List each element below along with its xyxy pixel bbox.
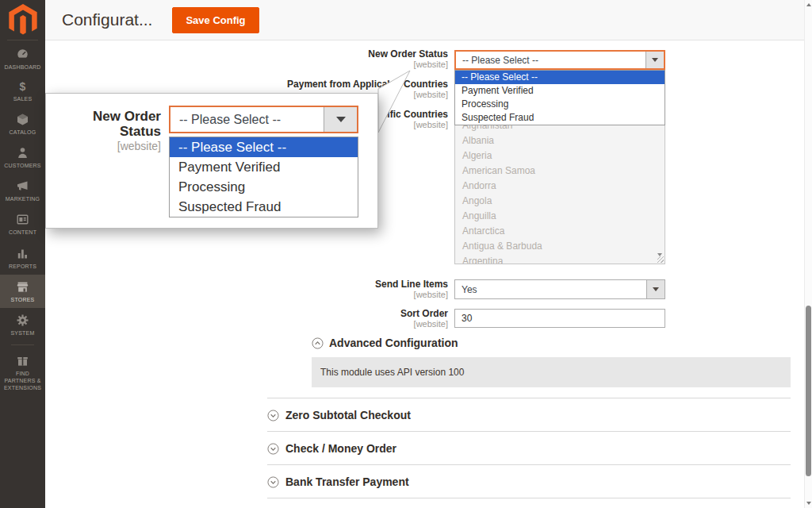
section-divider (267, 464, 791, 465)
sidebar-item-label: FIND PARTNERS & EXTENSIONS (2, 370, 44, 391)
section-zero-subtotal-checkout[interactable]: Zero Subtotal Checkout (267, 409, 411, 421)
new-order-status-label: New Order Status [website] (238, 49, 448, 70)
country-option: Argentina (455, 254, 665, 264)
chevron-down-circle-icon (267, 410, 279, 421)
magento-logo[interactable] (0, 0, 45, 40)
sidebar-item-label: CUSTOMERS (2, 162, 44, 169)
sidebar-item-system[interactable]: SYSTEM (0, 308, 45, 341)
country-option: Algeria (455, 148, 665, 164)
scrollbar-up-icon[interactable] (806, 3, 811, 6)
country-option: Albania (455, 133, 665, 148)
magnifier-callout-tail (377, 68, 414, 137)
advanced-configuration-header[interactable]: Advanced Configuration (312, 337, 458, 349)
dropdown-option[interactable]: Processing (170, 177, 358, 197)
sidebar-item-label: SALES (2, 95, 44, 102)
country-option: Anguilla (455, 209, 665, 224)
send-line-items-label: Send Line Items [website] (238, 279, 448, 300)
sales-icon: $ (20, 81, 26, 93)
section-check-money-order[interactable]: Check / Money Order (267, 442, 396, 455)
sidebar-item-marketing[interactable]: MARKETING (0, 174, 45, 207)
country-option: American Samoa (455, 164, 665, 179)
sidebar-divider (7, 40, 38, 40)
magento-admin-configuration-page: DASHBOARD $ SALES CATALOG CUSTOMERS MAR (0, 0, 812, 508)
system-icon (16, 314, 29, 327)
sort-order-input[interactable]: 30 (454, 309, 665, 328)
scrollbar-thumb[interactable] (806, 306, 811, 476)
sidebar-item-find-partners-extensions[interactable]: FIND PARTNERS & EXTENSIONS (0, 348, 45, 396)
sidebar-item-dashboard[interactable]: DASHBOARD (0, 42, 45, 75)
magnifier-popup: New Order Status [website] -- Please Sel… (45, 93, 378, 229)
section-divider (267, 398, 791, 398)
select-arrow-button[interactable] (324, 107, 357, 132)
sidebar-item-label: DASHBOARD (2, 64, 44, 71)
select-arrow-button[interactable] (645, 52, 664, 68)
dropdown-option[interactable]: -- Please Select -- (455, 71, 665, 84)
sidebar-item-label: SYSTEM (2, 329, 44, 337)
reports-icon (16, 247, 29, 260)
scope-hint: [website] (238, 290, 448, 300)
dropdown-option[interactable]: Payment Verified (455, 84, 665, 98)
page-scrollbar[interactable] (804, 0, 812, 508)
sort-order-label: Sort Order [website] (238, 309, 448, 329)
chevron-up-circle-icon (312, 337, 324, 349)
chevron-down-circle-icon (267, 443, 279, 455)
sidebar-item-label: CATALOG (2, 129, 44, 136)
dropdown-option[interactable]: Payment Verified (170, 157, 358, 177)
dashboard-icon (16, 48, 29, 61)
sidebar-item-catalog[interactable]: CATALOG (0, 107, 45, 140)
sidebar-item-label: MARKETING (2, 195, 44, 202)
section-title: Zero Subtotal Checkout (285, 409, 411, 421)
sidebar-item-label: REPORTS (2, 263, 44, 270)
stores-icon (16, 280, 29, 294)
marketing-icon (16, 179, 29, 193)
selected-value: -- Please Select -- (462, 55, 538, 66)
customers-icon (16, 146, 29, 160)
scrollbar-down-icon[interactable] (806, 502, 811, 505)
dropdown-option[interactable]: -- Please Select -- (170, 137, 358, 157)
country-option: Angola (455, 194, 665, 209)
scope-hint: [website] (238, 319, 448, 329)
scope-hint: [website] (56, 139, 161, 153)
sidebar-item-label: STORES (2, 296, 44, 303)
new-order-status-select-zoomed[interactable]: -- Please Select -- (169, 106, 358, 133)
specific-countries-multiselect[interactable]: Afghanistan Albania Algeria American Sam… (454, 117, 665, 264)
section-title: Bank Transfer Payment (285, 475, 409, 488)
page-title: Configurat... (62, 10, 152, 29)
sidebar-divider (11, 344, 34, 345)
section-bank-transfer-payment[interactable]: Bank Transfer Payment (267, 475, 409, 488)
catalog-icon (16, 113, 29, 126)
section-title: Advanced Configuration (329, 337, 458, 349)
chevron-down-icon (336, 117, 346, 122)
dropdown-option[interactable]: Suspected Fraud (170, 197, 358, 217)
sidebar-item-content[interactable]: CONTENT (0, 207, 45, 241)
new-order-status-label-zoomed: New Order Status [website] (56, 109, 161, 153)
country-option: Antarctica (455, 224, 665, 239)
section-divider (267, 431, 791, 432)
dropdown-option[interactable]: Suspected Fraud (455, 111, 665, 125)
api-version-notice: This module uses API version 100 (312, 357, 791, 387)
dropdown-option[interactable]: Processing (455, 98, 665, 111)
new-order-status-dropdown: -- Please Select -- Payment Verified Pro… (454, 70, 665, 125)
select-arrow-button[interactable] (646, 280, 665, 298)
send-line-items-select[interactable]: Yes (454, 279, 665, 299)
page-header: Configurat... Save Config (45, 0, 804, 40)
section-title: Check / Money Order (285, 442, 396, 455)
input-value: 30 (462, 313, 472, 324)
sidebar-item-label: CONTENT (2, 229, 44, 236)
resize-grip-icon[interactable] (657, 256, 664, 263)
content-icon (16, 213, 29, 226)
save-config-button[interactable]: Save Config (172, 7, 259, 33)
new-order-status-dropdown-zoomed: -- Please Select -- Payment Verified Pro… (169, 137, 358, 217)
new-order-status-select[interactable]: -- Please Select -- (454, 50, 665, 70)
scope-hint: [website] (238, 60, 448, 70)
sidebar-item-sales[interactable]: $ SALES (0, 75, 45, 107)
admin-sidebar: DASHBOARD $ SALES CATALOG CUSTOMERS MAR (0, 0, 45, 508)
chevron-down-circle-icon (267, 476, 279, 488)
selected-value: -- Please Select -- (179, 113, 281, 127)
chevron-down-icon (653, 287, 659, 291)
extensions-icon (16, 354, 29, 368)
selected-value: Yes (462, 284, 477, 295)
sidebar-item-stores[interactable]: STORES (0, 275, 45, 308)
sidebar-item-customers[interactable]: CUSTOMERS (0, 140, 45, 174)
sidebar-item-reports[interactable]: REPORTS (0, 241, 45, 275)
